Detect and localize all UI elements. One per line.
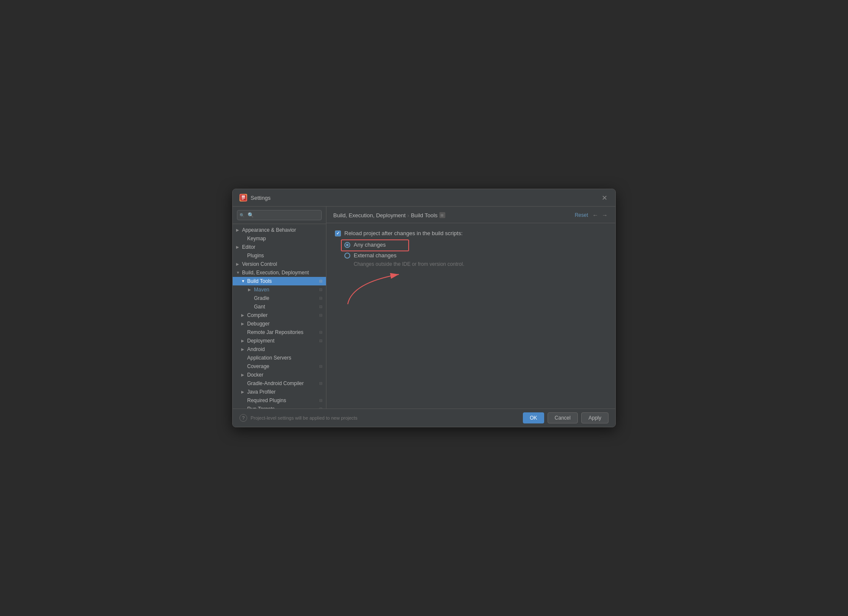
settings-icon: ⊟: [317, 330, 323, 334]
sidebar-item-gant[interactable]: Gant ⊟: [233, 302, 326, 311]
sidebar-item-label: Build Tools: [247, 278, 317, 284]
sidebar-item-label: Android: [247, 346, 323, 352]
radio-any-changes-label: Any changes: [354, 242, 386, 248]
breadcrumb: Build, Execution, Deployment › Build Too…: [333, 212, 445, 219]
breadcrumb-part1: Build, Execution, Deployment: [333, 212, 406, 219]
sidebar-item-plugins[interactable]: Plugins: [233, 251, 326, 260]
chevron-right-icon: ▶: [241, 313, 247, 317]
sidebar-item-remote-jar[interactable]: Remote Jar Repositories ⊟: [233, 328, 326, 337]
settings-icon: ⊟: [317, 305, 323, 309]
sidebar-item-version-control[interactable]: ▶ Version Control: [233, 260, 326, 268]
sidebar-item-appearance[interactable]: ▶ Appearance & Behavior: [233, 226, 326, 234]
chevron-right-icon: ▶: [236, 228, 242, 232]
cancel-button[interactable]: Cancel: [548, 412, 578, 423]
sidebar-item-build-tools[interactable]: ▼ Build Tools ⊟: [233, 277, 326, 285]
close-button[interactable]: ✕: [600, 193, 609, 202]
ok-button[interactable]: OK: [523, 412, 544, 423]
chevron-right-icon: ▶: [236, 245, 242, 249]
title-bar: Settings ✕: [233, 189, 615, 207]
radio-external-changes-button[interactable]: [344, 253, 350, 259]
sidebar-item-app-servers[interactable]: Application Servers: [233, 354, 326, 362]
radio-any-changes[interactable]: Any changes: [344, 242, 386, 248]
header-actions: Reset ← →: [575, 211, 609, 219]
radio-group: Any changes External changes Changes out…: [344, 242, 607, 267]
sidebar-item-keymap[interactable]: Keymap: [233, 234, 326, 243]
settings-dialog: Settings ✕ ▶ Appearance & Behavior: [232, 189, 616, 427]
sidebar-item-maven[interactable]: ▶ Maven ⊟: [233, 285, 326, 294]
any-changes-row: Any changes: [344, 242, 607, 248]
sidebar-item-run-targets[interactable]: Run Targets ⊟: [233, 405, 326, 409]
chevron-right-icon: ▶: [241, 347, 247, 351]
sidebar-item-label: Gradle-Android Compiler: [247, 380, 317, 386]
settings-icon: ⊟: [317, 339, 323, 343]
chevron-right-icon: ▶: [248, 288, 254, 292]
reload-checkbox-label: Reload project after changes in the buil…: [344, 230, 463, 236]
sidebar-item-label: Appearance & Behavior: [242, 227, 323, 233]
chevron-down-icon: ▼: [241, 279, 247, 283]
sidebar-item-label: Gant: [254, 304, 317, 310]
sidebar-item-label: Required Plugins: [247, 397, 317, 403]
footer-hint: Project-level settings will be applied t…: [251, 415, 358, 420]
svg-rect-2: [242, 197, 245, 199]
search-box: [233, 207, 326, 224]
chevron-right-icon: ▶: [241, 322, 247, 326]
reload-checkbox[interactable]: [335, 230, 341, 236]
sidebar: ▶ Appearance & Behavior Keymap ▶ Editor …: [233, 207, 326, 409]
content-wrapper: Reload project after changes in the buil…: [326, 223, 615, 409]
reset-link[interactable]: Reset: [575, 212, 588, 218]
sidebar-item-label: Deployment: [247, 338, 317, 344]
sidebar-item-label: Version Control: [242, 261, 323, 267]
sidebar-item-label: Docker: [247, 372, 323, 378]
sidebar-item-label: Application Servers: [247, 355, 323, 361]
sidebar-item-android[interactable]: ▶ Android: [233, 345, 326, 354]
breadcrumb-separator: ›: [407, 212, 409, 219]
settings-icon: ⊟: [317, 288, 323, 292]
sidebar-item-editor[interactable]: ▶ Editor: [233, 243, 326, 251]
svg-rect-1: [242, 196, 245, 197]
settings-icon: ⊟: [317, 296, 323, 300]
sidebar-item-label: Remote Jar Repositories: [247, 329, 317, 335]
footer-left: ? Project-level settings will be applied…: [239, 414, 358, 422]
title-bar-left: Settings: [239, 194, 271, 201]
search-wrap: [237, 210, 322, 220]
chevron-right-icon: ▶: [241, 390, 247, 394]
radio-external-changes[interactable]: External changes: [344, 252, 607, 259]
sidebar-item-compiler[interactable]: ▶ Compiler ⊟: [233, 311, 326, 320]
sidebar-item-label: Debugger: [247, 321, 323, 327]
footer-buttons: OK Cancel Apply: [523, 412, 609, 423]
sidebar-item-gradle[interactable]: Gradle ⊟: [233, 294, 326, 302]
chevron-down-icon: ▼: [236, 271, 242, 275]
sidebar-item-label: Compiler: [247, 312, 317, 318]
sidebar-item-label: Editor: [242, 244, 323, 250]
settings-icon: ⊟: [317, 279, 323, 283]
sidebar-item-gradle-android[interactable]: Gradle-Android Compiler ⊟: [233, 379, 326, 388]
sidebar-item-build-exec[interactable]: ▼ Build, Execution, Deployment: [233, 268, 326, 277]
breadcrumb-part2: Build Tools: [411, 212, 438, 219]
sidebar-item-deployment[interactable]: ▶ Deployment ⊟: [233, 337, 326, 345]
nav-tree: ▶ Appearance & Behavior Keymap ▶ Editor …: [233, 224, 326, 409]
content-area: Reload project after changes in the buil…: [326, 223, 615, 409]
nav-forward-button[interactable]: →: [601, 211, 609, 219]
sidebar-item-java-profiler[interactable]: ▶ Java Profiler: [233, 388, 326, 396]
content-header: Build, Execution, Deployment › Build Too…: [326, 207, 615, 223]
apply-button[interactable]: Apply: [581, 412, 609, 423]
search-input[interactable]: [237, 210, 322, 220]
sidebar-item-debugger[interactable]: ▶ Debugger: [233, 320, 326, 328]
radio-any-changes-button[interactable]: [344, 242, 350, 248]
help-button[interactable]: ?: [239, 414, 247, 422]
breadcrumb-icon: ⊟: [439, 212, 445, 218]
sidebar-item-label: Plugins: [247, 253, 323, 259]
sidebar-item-docker[interactable]: ▶ Docker: [233, 371, 326, 379]
nav-arrows: ← →: [591, 211, 609, 219]
settings-icon: ⊟: [317, 398, 323, 403]
sidebar-item-coverage[interactable]: Coverage ⊟: [233, 362, 326, 371]
settings-icon: ⊟: [317, 381, 323, 386]
sidebar-item-label: Gradle: [254, 295, 317, 301]
nav-back-button[interactable]: ←: [591, 211, 599, 219]
window-title: Settings: [251, 195, 271, 201]
dialog-body: ▶ Appearance & Behavior Keymap ▶ Editor …: [233, 207, 615, 409]
chevron-right-icon: ▶: [236, 262, 242, 266]
sidebar-item-required-plugins[interactable]: Required Plugins ⊟: [233, 396, 326, 405]
radio-external-changes-label: External changes: [354, 252, 396, 259]
main-content: Build, Execution, Deployment › Build Too…: [326, 207, 615, 409]
